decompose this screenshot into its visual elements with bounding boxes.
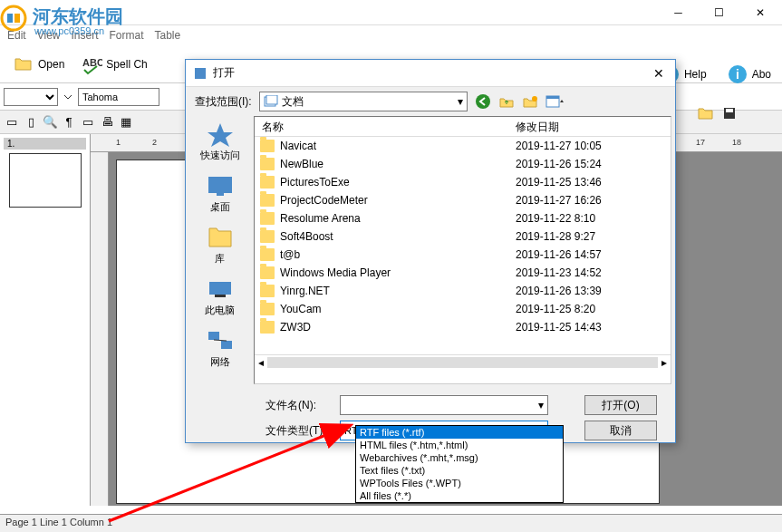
print-icon[interactable]: 🖶	[99, 114, 115, 131]
spellcheck-label: Spell Ch	[106, 58, 147, 71]
paragraph-icon[interactable]: ¶	[61, 114, 77, 131]
lookup-combo[interactable]: 文档 ▾	[259, 92, 468, 111]
spellcheck-icon: ABC	[81, 53, 102, 75]
file-row[interactable]: YouCam2019-11-25 8:20	[255, 300, 671, 318]
file-row[interactable]: Soft4Boost2019-11-28 9:27	[255, 227, 671, 246]
filetype-option[interactable]: All files (*.*)	[356, 489, 563, 502]
file-date: 2019-11-27 10:05	[516, 140, 602, 152]
file-name: Windows Media Player	[280, 266, 516, 279]
sidebar-item-desktop[interactable]: 桌面	[189, 171, 250, 216]
scroll-right-icon[interactable]: ▸	[658, 356, 671, 369]
file-row[interactable]: NewBlue2019-11-26 15:24	[255, 155, 671, 173]
file-name: Yinrg.NET	[280, 285, 516, 297]
zoom-icon[interactable]: 🔍	[42, 114, 58, 131]
back-icon[interactable]	[475, 93, 491, 110]
open-button[interactable]: 打开(O)	[584, 395, 657, 415]
grid-icon[interactable]: ▦	[118, 114, 134, 131]
file-row[interactable]: Resolume Arena2019-11-22 8:10	[255, 209, 671, 227]
file-list-header: 名称 修改日期	[255, 117, 671, 137]
sidebar-label: 快速访问	[200, 149, 240, 162]
sidebar-item-network[interactable]: 网络	[189, 326, 250, 371]
folder-icon	[260, 212, 275, 225]
view-page-icon[interactable]: ▯	[23, 114, 39, 131]
sidebar-label: 桌面	[210, 200, 230, 214]
scroll-left-icon[interactable]: ◂	[255, 356, 267, 369]
lookup-value: 文档	[282, 94, 304, 110]
filetype-option[interactable]: RTF files (*.rtf)	[356, 426, 563, 439]
help-label: Help	[684, 68, 707, 81]
file-date: 2019-11-22 8:10	[516, 212, 595, 225]
watermark-url: www.pc0359.cn	[34, 25, 104, 36]
desktop-icon	[206, 173, 235, 198]
save-icon[interactable]	[722, 106, 737, 121]
svg-rect-16	[546, 96, 559, 99]
dialog-sidebar: 快速访问桌面库此电脑网络	[186, 116, 254, 388]
lookup-row: 查找范围(I): 文档 ▾	[186, 87, 675, 116]
file-date: 2019-11-26 14:57	[516, 248, 602, 261]
ruler-tick: 18	[732, 138, 741, 147]
file-date: 2019-11-25 14:43	[516, 321, 602, 334]
svg-rect-1	[7, 14, 13, 23]
svg-point-14	[532, 96, 537, 102]
file-row[interactable]: t@b2019-11-26 14:57	[255, 246, 671, 264]
folder-icon	[260, 303, 275, 315]
filename-input[interactable]: ▾	[340, 395, 548, 415]
folder-icon	[260, 321, 275, 334]
filetype-option[interactable]: WPTools Files (*.WPT)	[356, 477, 563, 489]
svg-point-0	[2, 6, 25, 30]
filetype-option[interactable]: HTML files (*.htm,*.html)	[356, 439, 563, 451]
column-name[interactable]: 名称	[255, 117, 508, 136]
new-folder-icon[interactable]	[522, 93, 538, 110]
view-normal-icon[interactable]: ▭	[4, 114, 20, 131]
sidebar-item-computer[interactable]: 此电脑	[189, 275, 250, 319]
svg-rect-20	[215, 295, 226, 297]
library-icon	[206, 225, 235, 250]
horizontal-scrollbar[interactable]: ◂ ▸	[255, 354, 671, 369]
sidebar-label: 网络	[210, 355, 230, 369]
scroll-track[interactable]	[267, 357, 658, 368]
file-date: 2019-11-26 15:24	[516, 158, 602, 170]
svg-text:ABC: ABC	[82, 57, 102, 68]
dialog-titlebar: 打开 ✕	[186, 60, 675, 87]
ruler-tick: 17	[696, 138, 705, 147]
up-folder-icon[interactable]	[498, 93, 515, 110]
file-row[interactable]: Windows Media Player2019-11-23 14:52	[255, 264, 671, 282]
folder-icon	[260, 140, 275, 152]
cancel-button[interactable]: 取消	[584, 421, 657, 440]
dialog-title: 打开	[213, 65, 235, 81]
file-row[interactable]: Navicat2019-11-27 10:05	[255, 137, 671, 155]
svg-rect-9	[726, 109, 733, 112]
open-button[interactable]: Open	[7, 52, 70, 77]
filetype-option[interactable]: Text files (*.txt)	[356, 464, 563, 477]
statusbar: Page 1 Line 1 Column 1	[0, 514, 782, 532]
maximize-button[interactable]: ☐	[699, 0, 739, 25]
file-name: YouCam	[280, 303, 516, 315]
file-row[interactable]: ProjectCodeMeter2019-11-27 16:26	[255, 191, 671, 209]
ruler-icon[interactable]: ▭	[80, 114, 96, 131]
sidebar-item-star[interactable]: 快速访问	[189, 120, 250, 164]
file-date: 2019-11-26 13:39	[516, 285, 602, 297]
star-icon	[206, 121, 235, 147]
column-date[interactable]: 修改日期	[508, 117, 566, 136]
spellcheck-button[interactable]: ABC Spell Ch	[75, 52, 152, 77]
minimize-button[interactable]: ─	[658, 0, 699, 25]
filetype-option[interactable]: Webarchives (*.mht,*.msg)	[356, 451, 563, 464]
menu-table[interactable]: Table	[155, 29, 181, 42]
close-button[interactable]: ✕	[739, 0, 780, 25]
sidebar-item-library[interactable]: 库	[189, 223, 250, 267]
page-thumbnail[interactable]	[9, 153, 82, 208]
svg-rect-19	[209, 282, 231, 295]
folder-open-icon[interactable]	[697, 104, 715, 122]
font-combo[interactable]	[78, 88, 159, 106]
dialog-icon	[193, 66, 208, 81]
file-row[interactable]: Yinrg.NET2019-11-26 13:39	[255, 282, 671, 300]
file-name: Resolume Arena	[280, 212, 516, 225]
about-button[interactable]: i Abo	[721, 62, 777, 87]
svg-rect-18	[217, 193, 224, 196]
file-date: 2019-11-27 16:26	[516, 194, 602, 207]
style-combo[interactable]	[4, 88, 58, 106]
file-row[interactable]: ZW3D2019-11-25 14:43	[255, 318, 671, 336]
file-row[interactable]: PicturesToExe2019-11-25 13:46	[255, 173, 671, 191]
view-menu-icon[interactable]	[545, 93, 565, 110]
dialog-close-button[interactable]: ✕	[650, 64, 668, 82]
